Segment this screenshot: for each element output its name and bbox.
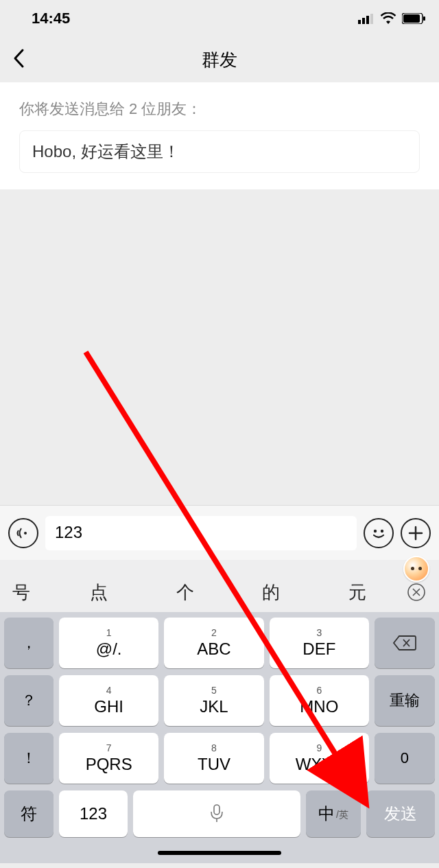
suggestion-bar: 号 点 个 的 元 bbox=[0, 572, 439, 612]
key-6[interactable]: 6MNO bbox=[270, 675, 369, 726]
chevron-left-icon bbox=[12, 48, 25, 69]
message-input[interactable]: 123 bbox=[45, 516, 357, 550]
plus-icon bbox=[407, 524, 425, 542]
svg-rect-5 bbox=[403, 14, 420, 23]
key-backspace[interactable] bbox=[375, 618, 435, 668]
candidate-4[interactable]: 元 bbox=[314, 580, 401, 605]
wifi-icon bbox=[380, 12, 396, 25]
key-7[interactable]: 7PQRS bbox=[59, 733, 158, 784]
key-0[interactable]: 0 bbox=[375, 733, 435, 784]
svg-rect-0 bbox=[358, 20, 361, 24]
smile-icon bbox=[368, 523, 389, 543]
key-lang[interactable]: 中/英 bbox=[306, 790, 361, 837]
page-title: 群发 bbox=[0, 48, 439, 72]
recipients-label: 你将发送消息给 2 位朋友： bbox=[19, 99, 420, 119]
key-question[interactable]: ？ bbox=[4, 675, 54, 726]
close-circle-icon bbox=[406, 582, 427, 602]
close-candidates-button[interactable] bbox=[401, 582, 432, 602]
key-symbols[interactable]: 符 bbox=[4, 790, 54, 837]
status-icons bbox=[358, 12, 425, 25]
svg-rect-2 bbox=[366, 16, 369, 24]
key-space[interactable] bbox=[133, 790, 300, 837]
svg-rect-1 bbox=[362, 18, 365, 24]
candidate-0[interactable]: 号 bbox=[7, 580, 56, 605]
home-indicator[interactable] bbox=[158, 851, 281, 855]
key-5[interactable]: 5JKL bbox=[164, 675, 263, 726]
status-time: 14:45 bbox=[32, 10, 70, 27]
send-button[interactable]: 发送 bbox=[366, 790, 435, 837]
home-indicator-area bbox=[0, 843, 439, 863]
back-button[interactable] bbox=[12, 48, 25, 71]
key-2[interactable]: 2ABC bbox=[164, 618, 263, 668]
key-1[interactable]: 1@/. bbox=[59, 618, 158, 668]
add-button[interactable] bbox=[401, 518, 431, 548]
svg-rect-11 bbox=[214, 805, 220, 814]
emoji-button[interactable] bbox=[364, 518, 394, 548]
key-retype[interactable]: 重输 bbox=[375, 675, 435, 726]
voice-button[interactable] bbox=[8, 518, 38, 548]
key-3[interactable]: 3DEF bbox=[270, 618, 369, 668]
svg-rect-3 bbox=[370, 14, 373, 24]
svg-point-7 bbox=[24, 532, 27, 535]
backspace-icon bbox=[392, 634, 417, 652]
key-comma[interactable]: ， bbox=[4, 618, 54, 668]
input-bar: 123 bbox=[0, 505, 439, 560]
candidate-2[interactable]: 个 bbox=[142, 580, 228, 605]
content-panel: 你将发送消息给 2 位朋友： Hobo, 好运看这里！ bbox=[0, 82, 439, 189]
svg-rect-6 bbox=[423, 16, 425, 21]
svg-point-8 bbox=[374, 529, 377, 532]
candidate-3[interactable]: 的 bbox=[228, 580, 314, 605]
signal-icon bbox=[358, 13, 375, 24]
key-8[interactable]: 8TUV bbox=[164, 733, 263, 784]
ime-mascot-icon[interactable] bbox=[403, 556, 429, 582]
key-123[interactable]: 123 bbox=[59, 790, 128, 837]
battery-icon bbox=[402, 13, 425, 24]
candidate-1[interactable]: 点 bbox=[56, 580, 142, 605]
keyboard: ， 1@/. 2ABC 3DEF ？ 4GHI 5JKL 6MNO 重输 ！ 7… bbox=[0, 612, 439, 843]
key-4[interactable]: 4GHI bbox=[59, 675, 158, 726]
message-area bbox=[0, 189, 439, 505]
status-bar: 14:45 bbox=[0, 0, 439, 37]
svg-point-9 bbox=[381, 529, 383, 532]
key-9[interactable]: 9WXYZ bbox=[270, 733, 369, 784]
microphone-icon bbox=[209, 804, 224, 824]
nav-bar: 群发 bbox=[0, 37, 439, 82]
key-exclaim[interactable]: ！ bbox=[4, 733, 54, 784]
recipients-box[interactable]: Hobo, 好运看这里！ bbox=[19, 130, 420, 173]
voice-wave-icon bbox=[14, 524, 32, 542]
